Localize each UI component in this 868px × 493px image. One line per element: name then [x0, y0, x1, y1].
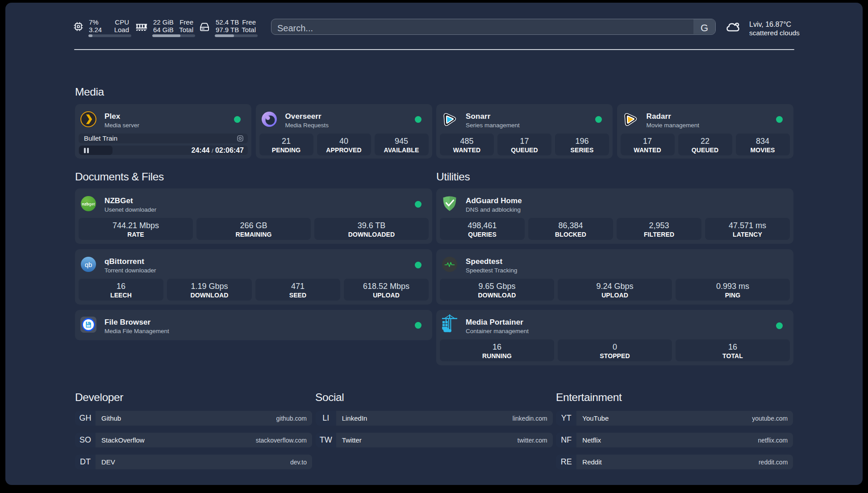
svg-text:qb: qb [85, 261, 92, 268]
svg-text:nzbget: nzbget [82, 202, 95, 206]
